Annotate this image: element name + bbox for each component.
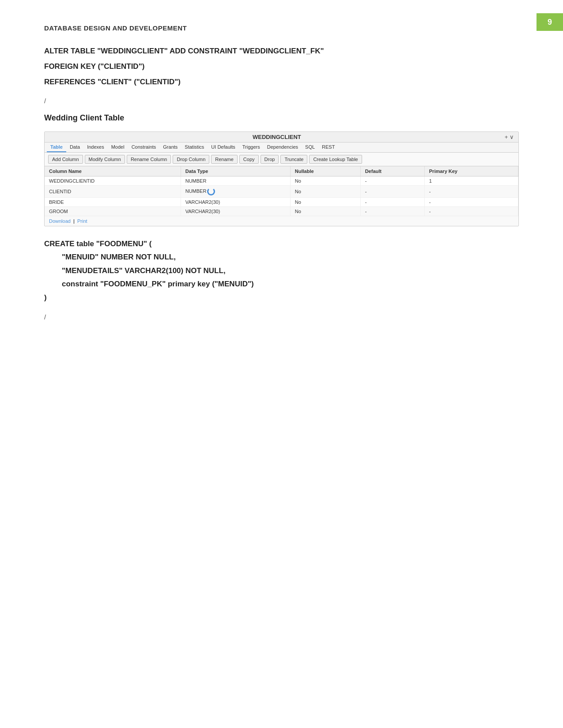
alter-line-1: ALTER TABLE "WEDDINGCLIENT" ADD CONSTRAI… — [44, 45, 519, 57]
create-line-3: "MENUDETAILS" VARCHAR2(100) NOT NULL, — [62, 264, 519, 278]
create-line-2: "MENUID" NUMBER NOT NULL, — [62, 251, 519, 264]
db-toolbar: Add Column Modify Column Rename Column D… — [45, 153, 518, 166]
tab-grants[interactable]: Grants — [159, 143, 181, 152]
db-panel: WEDDINGCLIENT + ∨ Table Data Indexes Mod… — [44, 131, 519, 226]
truncate-button[interactable]: Truncate — [280, 155, 307, 164]
divider-2: / — [44, 313, 519, 321]
tab-model[interactable]: Model — [108, 143, 128, 152]
drop-column-button[interactable]: Drop Column — [173, 155, 209, 164]
print-link[interactable]: Print — [77, 218, 87, 224]
db-tabs: Table Data Indexes Model Constraints Gra… — [45, 143, 518, 153]
tab-sql[interactable]: SQL — [302, 143, 318, 152]
tab-constraints[interactable]: Constraints — [128, 143, 160, 152]
drop-button[interactable]: Drop — [261, 155, 279, 164]
cell-default: - — [360, 197, 424, 206]
alter-line-3: REFERENCES "CLIENT" ("CLIENTID") — [44, 76, 519, 88]
modify-column-button[interactable]: Modify Column — [85, 155, 125, 164]
section-title: Wedding Client Table — [44, 113, 519, 123]
table-row: BRIDEVARCHAR2(30)No-- — [45, 197, 518, 206]
cell-pk: - — [424, 197, 518, 206]
cell-type: NUMBER — [181, 185, 290, 197]
cell-pk: - — [424, 185, 518, 197]
cell-type: VARCHAR2(30) — [181, 206, 290, 216]
download-link[interactable]: Download — [49, 218, 71, 224]
create-lookup-table-button[interactable]: Create Lookup Table — [309, 155, 362, 164]
copy-button[interactable]: Copy — [239, 155, 259, 164]
tab-indexes[interactable]: Indexes — [83, 143, 108, 152]
col-header-type: Data Type — [181, 166, 290, 176]
cell-nullable: No — [290, 197, 360, 206]
table-row: WEDDINGCLIENTIDNUMBERNo-1 — [45, 176, 518, 185]
cell-nullable: No — [290, 206, 360, 216]
create-table-section: CREATE table "FOODMENU" ( "MENUID" NUMBE… — [44, 237, 519, 302]
page-number-badge: 9 — [537, 13, 563, 31]
alter-line-2: FOREIGN KEY ("CLIENTID") — [44, 60, 519, 72]
table-row: GROOMVARCHAR2(30)No-- — [45, 206, 518, 216]
tab-ui-defaults[interactable]: UI Defaults — [208, 143, 238, 152]
cell-default: - — [360, 176, 424, 185]
col-header-default: Default — [360, 166, 424, 176]
cell-type: NUMBER — [181, 176, 290, 185]
cell-nullable: No — [290, 176, 360, 185]
rename-button[interactable]: Rename — [211, 155, 238, 164]
tab-statistics[interactable]: Statistics — [181, 143, 208, 152]
cell-pk: 1 — [424, 176, 518, 185]
page-number: 9 — [548, 18, 552, 27]
tab-data[interactable]: Data — [66, 143, 83, 152]
create-close: ) — [44, 293, 519, 302]
tab-table[interactable]: Table — [47, 143, 66, 152]
db-panel-header: WEDDINGCLIENT + ∨ — [45, 132, 518, 143]
db-panel-title: WEDDINGCLIENT — [49, 134, 505, 140]
divider-1: / — [44, 97, 519, 105]
cell-nullable: No — [290, 185, 360, 197]
tab-rest[interactable]: REST — [318, 143, 338, 152]
tab-dependencies[interactable]: Dependencies — [264, 143, 302, 152]
cell-type: VARCHAR2(30) — [181, 197, 290, 206]
header-title: DATABASE DESIGN AND DEVELOPEMENT — [44, 24, 519, 32]
rename-column-button[interactable]: Rename Column — [127, 155, 171, 164]
page-container: 9 DATABASE DESIGN AND DEVELOPEMENT ALTER… — [0, 0, 563, 728]
cell-column: CLIENTID — [45, 185, 181, 197]
create-line-1: CREATE table "FOODMENU" ( — [44, 237, 519, 251]
col-header-name: Column Name — [45, 166, 181, 176]
col-header-pk: Primary Key — [424, 166, 518, 176]
db-footer: Download | Print — [45, 216, 518, 226]
cell-pk: - — [424, 206, 518, 216]
cell-default: - — [360, 185, 424, 197]
db-panel-controls[interactable]: + ∨ — [505, 134, 514, 140]
columns-table: Column Name Data Type Nullable Default P… — [45, 166, 518, 216]
cell-column: WEDDINGCLIENTID — [45, 176, 181, 185]
table-row: CLIENTIDNUMBERNo-- — [45, 185, 518, 197]
alter-table-block: ALTER TABLE "WEDDINGCLIENT" ADD CONSTRAI… — [44, 45, 519, 88]
add-column-button[interactable]: Add Column — [48, 155, 83, 164]
col-header-nullable: Nullable — [290, 166, 360, 176]
cell-column: BRIDE — [45, 197, 181, 206]
tab-triggers[interactable]: Triggers — [239, 143, 264, 152]
cell-column: GROOM — [45, 206, 181, 216]
create-line-4: constraint "FOODMENU_PK" primary key ("M… — [62, 278, 519, 291]
cell-default: - — [360, 206, 424, 216]
